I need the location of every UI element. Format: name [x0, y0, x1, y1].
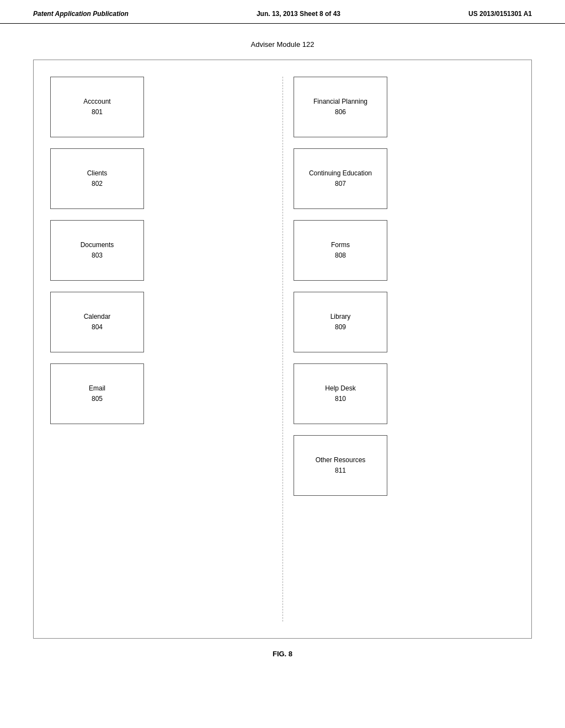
module-label: Library809: [331, 312, 351, 333]
module-label: Forms808: [331, 240, 350, 261]
module-box-left-3: Calendar804: [50, 292, 144, 352]
module-box-left-0: Acccount801: [50, 77, 144, 137]
left-column: Acccount801Clients802Documents803Calenda…: [50, 77, 271, 496]
page-header: Patent Application Publication Jun. 13, …: [0, 0, 565, 24]
header-center: Jun. 13, 2013 Sheet 8 of 43: [257, 10, 340, 18]
module-label: Clients802: [87, 168, 108, 189]
module-label: Acccount801: [83, 97, 110, 117]
module-box-right-5: Other Resources811: [294, 435, 387, 496]
module-label: Email805: [89, 383, 105, 404]
module-box-right-1: Continuing Education807: [294, 148, 387, 209]
right-column: Financial Planning806Continuing Educatio…: [294, 77, 515, 496]
module-box-left-4: Email805: [50, 363, 144, 424]
module-box-right-4: Help Desk810: [294, 363, 387, 424]
module-box-right-2: Forms808: [294, 220, 387, 281]
module-box-left-1: Clients802: [50, 148, 144, 209]
header-right: US 2013/0151301 A1: [468, 10, 532, 18]
diagram-title: Adviser Module 122: [0, 40, 565, 49]
header-left: Patent Application Publication: [33, 10, 129, 18]
outer-box: Acccount801Clients802Documents803Calenda…: [33, 60, 532, 639]
module-box-right-3: Library809: [294, 292, 387, 352]
module-box-left-2: Documents803: [50, 220, 144, 281]
module-label: Help Desk810: [325, 383, 355, 404]
fig-label: FIG. 8: [0, 650, 565, 658]
module-label: Other Resources811: [316, 455, 366, 476]
module-box-right-0: Financial Planning806: [294, 77, 387, 137]
module-label: Calendar804: [84, 312, 111, 333]
module-label: Documents803: [81, 240, 114, 261]
divider-line: [282, 77, 283, 622]
module-label: Financial Planning806: [313, 97, 367, 117]
module-label: Continuing Education807: [309, 168, 372, 189]
